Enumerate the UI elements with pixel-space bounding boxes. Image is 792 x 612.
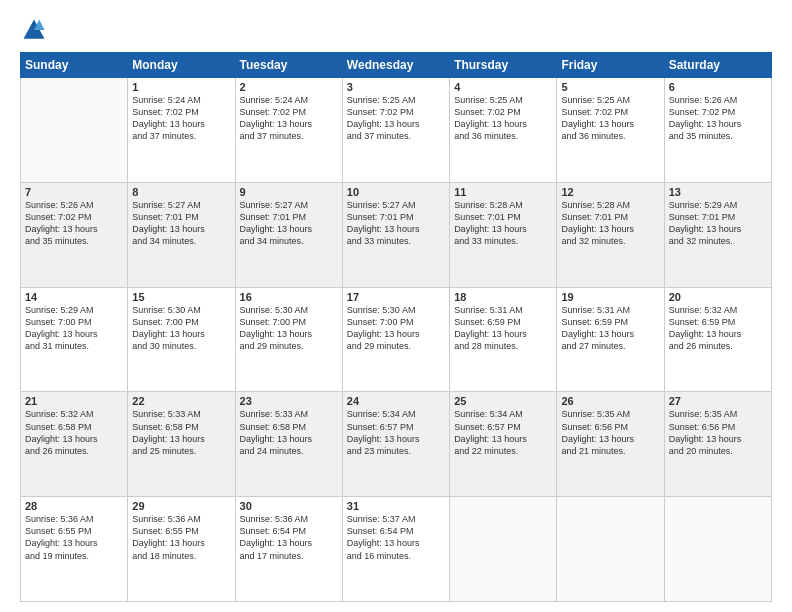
cell-info: Sunrise: 5:27 AM Sunset: 7:01 PM Dayligh… [132,199,230,248]
calendar-day-header: Friday [557,53,664,78]
calendar-cell: 19Sunrise: 5:31 AM Sunset: 6:59 PM Dayli… [557,287,664,392]
cell-info: Sunrise: 5:26 AM Sunset: 7:02 PM Dayligh… [669,94,767,143]
day-number: 1 [132,81,230,93]
calendar-cell: 20Sunrise: 5:32 AM Sunset: 6:59 PM Dayli… [664,287,771,392]
calendar-cell: 9Sunrise: 5:27 AM Sunset: 7:01 PM Daylig… [235,182,342,287]
day-number: 8 [132,186,230,198]
cell-info: Sunrise: 5:36 AM Sunset: 6:55 PM Dayligh… [25,513,123,562]
logo [20,16,52,44]
calendar-cell [664,497,771,602]
day-number: 11 [454,186,552,198]
calendar-day-header: Wednesday [342,53,449,78]
header [20,16,772,44]
cell-info: Sunrise: 5:34 AM Sunset: 6:57 PM Dayligh… [347,408,445,457]
calendar-cell: 8Sunrise: 5:27 AM Sunset: 7:01 PM Daylig… [128,182,235,287]
calendar-cell: 29Sunrise: 5:36 AM Sunset: 6:55 PM Dayli… [128,497,235,602]
calendar-cell: 13Sunrise: 5:29 AM Sunset: 7:01 PM Dayli… [664,182,771,287]
calendar-cell: 16Sunrise: 5:30 AM Sunset: 7:00 PM Dayli… [235,287,342,392]
day-number: 22 [132,395,230,407]
cell-info: Sunrise: 5:33 AM Sunset: 6:58 PM Dayligh… [132,408,230,457]
day-number: 3 [347,81,445,93]
calendar-cell: 1Sunrise: 5:24 AM Sunset: 7:02 PM Daylig… [128,78,235,183]
calendar-cell: 28Sunrise: 5:36 AM Sunset: 6:55 PM Dayli… [21,497,128,602]
day-number: 12 [561,186,659,198]
calendar-cell: 21Sunrise: 5:32 AM Sunset: 6:58 PM Dayli… [21,392,128,497]
cell-info: Sunrise: 5:36 AM Sunset: 6:54 PM Dayligh… [240,513,338,562]
cell-info: Sunrise: 5:24 AM Sunset: 7:02 PM Dayligh… [132,94,230,143]
calendar-week-row: 7Sunrise: 5:26 AM Sunset: 7:02 PM Daylig… [21,182,772,287]
calendar-week-row: 14Sunrise: 5:29 AM Sunset: 7:00 PM Dayli… [21,287,772,392]
day-number: 28 [25,500,123,512]
day-number: 23 [240,395,338,407]
day-number: 18 [454,291,552,303]
day-number: 13 [669,186,767,198]
day-number: 21 [25,395,123,407]
cell-info: Sunrise: 5:26 AM Sunset: 7:02 PM Dayligh… [25,199,123,248]
day-number: 6 [669,81,767,93]
day-number: 31 [347,500,445,512]
cell-info: Sunrise: 5:29 AM Sunset: 7:01 PM Dayligh… [669,199,767,248]
calendar-cell: 22Sunrise: 5:33 AM Sunset: 6:58 PM Dayli… [128,392,235,497]
cell-info: Sunrise: 5:35 AM Sunset: 6:56 PM Dayligh… [669,408,767,457]
calendar-cell: 27Sunrise: 5:35 AM Sunset: 6:56 PM Dayli… [664,392,771,497]
calendar-cell [21,78,128,183]
calendar-cell: 7Sunrise: 5:26 AM Sunset: 7:02 PM Daylig… [21,182,128,287]
cell-info: Sunrise: 5:32 AM Sunset: 6:58 PM Dayligh… [25,408,123,457]
day-number: 24 [347,395,445,407]
day-number: 19 [561,291,659,303]
day-number: 29 [132,500,230,512]
cell-info: Sunrise: 5:30 AM Sunset: 7:00 PM Dayligh… [240,304,338,353]
cell-info: Sunrise: 5:32 AM Sunset: 6:59 PM Dayligh… [669,304,767,353]
calendar-day-header: Thursday [450,53,557,78]
calendar-cell [557,497,664,602]
cell-info: Sunrise: 5:31 AM Sunset: 6:59 PM Dayligh… [454,304,552,353]
day-number: 10 [347,186,445,198]
day-number: 26 [561,395,659,407]
logo-icon [20,16,48,44]
calendar-cell: 18Sunrise: 5:31 AM Sunset: 6:59 PM Dayli… [450,287,557,392]
calendar-cell: 4Sunrise: 5:25 AM Sunset: 7:02 PM Daylig… [450,78,557,183]
cell-info: Sunrise: 5:25 AM Sunset: 7:02 PM Dayligh… [454,94,552,143]
day-number: 4 [454,81,552,93]
day-number: 16 [240,291,338,303]
day-number: 5 [561,81,659,93]
calendar-table: SundayMondayTuesdayWednesdayThursdayFrid… [20,52,772,602]
calendar-cell: 3Sunrise: 5:25 AM Sunset: 7:02 PM Daylig… [342,78,449,183]
calendar-day-header: Tuesday [235,53,342,78]
day-number: 17 [347,291,445,303]
cell-info: Sunrise: 5:31 AM Sunset: 6:59 PM Dayligh… [561,304,659,353]
cell-info: Sunrise: 5:25 AM Sunset: 7:02 PM Dayligh… [347,94,445,143]
calendar-day-header: Sunday [21,53,128,78]
cell-info: Sunrise: 5:28 AM Sunset: 7:01 PM Dayligh… [454,199,552,248]
cell-info: Sunrise: 5:29 AM Sunset: 7:00 PM Dayligh… [25,304,123,353]
day-number: 30 [240,500,338,512]
calendar-cell: 2Sunrise: 5:24 AM Sunset: 7:02 PM Daylig… [235,78,342,183]
day-number: 15 [132,291,230,303]
calendar-cell: 26Sunrise: 5:35 AM Sunset: 6:56 PM Dayli… [557,392,664,497]
day-number: 2 [240,81,338,93]
page: SundayMondayTuesdayWednesdayThursdayFrid… [0,0,792,612]
calendar-cell: 14Sunrise: 5:29 AM Sunset: 7:00 PM Dayli… [21,287,128,392]
calendar-cell: 25Sunrise: 5:34 AM Sunset: 6:57 PM Dayli… [450,392,557,497]
cell-info: Sunrise: 5:33 AM Sunset: 6:58 PM Dayligh… [240,408,338,457]
calendar-cell: 11Sunrise: 5:28 AM Sunset: 7:01 PM Dayli… [450,182,557,287]
day-number: 9 [240,186,338,198]
calendar-header-row: SundayMondayTuesdayWednesdayThursdayFrid… [21,53,772,78]
day-number: 20 [669,291,767,303]
calendar-day-header: Monday [128,53,235,78]
calendar-cell: 6Sunrise: 5:26 AM Sunset: 7:02 PM Daylig… [664,78,771,183]
cell-info: Sunrise: 5:30 AM Sunset: 7:00 PM Dayligh… [132,304,230,353]
cell-info: Sunrise: 5:24 AM Sunset: 7:02 PM Dayligh… [240,94,338,143]
cell-info: Sunrise: 5:37 AM Sunset: 6:54 PM Dayligh… [347,513,445,562]
day-number: 25 [454,395,552,407]
calendar-cell: 24Sunrise: 5:34 AM Sunset: 6:57 PM Dayli… [342,392,449,497]
cell-info: Sunrise: 5:28 AM Sunset: 7:01 PM Dayligh… [561,199,659,248]
calendar-cell: 31Sunrise: 5:37 AM Sunset: 6:54 PM Dayli… [342,497,449,602]
day-number: 27 [669,395,767,407]
calendar-cell: 17Sunrise: 5:30 AM Sunset: 7:00 PM Dayli… [342,287,449,392]
cell-info: Sunrise: 5:27 AM Sunset: 7:01 PM Dayligh… [240,199,338,248]
cell-info: Sunrise: 5:36 AM Sunset: 6:55 PM Dayligh… [132,513,230,562]
calendar-week-row: 28Sunrise: 5:36 AM Sunset: 6:55 PM Dayli… [21,497,772,602]
calendar-cell: 10Sunrise: 5:27 AM Sunset: 7:01 PM Dayli… [342,182,449,287]
calendar-cell: 5Sunrise: 5:25 AM Sunset: 7:02 PM Daylig… [557,78,664,183]
